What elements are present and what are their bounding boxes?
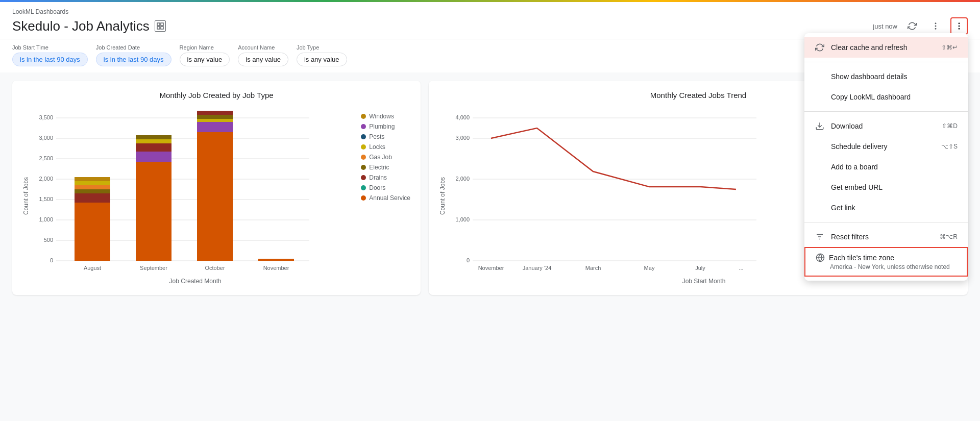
legend-doors: Doors [361, 184, 410, 191]
show-details-icon [815, 71, 825, 82]
svg-rect-33 [136, 152, 172, 162]
filter-chip-job-type[interactable]: is any value [297, 53, 347, 66]
svg-text:November: November [478, 265, 504, 271]
legend-label-plumbing: Plumbing [369, 123, 395, 130]
dropdown-get-link[interactable]: Get link [804, 197, 968, 218]
svg-point-8 [959, 26, 960, 27]
timestamp: just now [873, 22, 897, 30]
reset-filters-icon [815, 232, 825, 242]
svg-text:2,000: 2,000 [455, 176, 470, 182]
bar-chart-title: Monthly Job Created by Job Type [22, 91, 410, 100]
dropdown-timezone[interactable]: Each tile's time zone America - New York… [804, 247, 968, 277]
legend-label-annual-service: Annual Service [369, 194, 410, 202]
svg-rect-37 [197, 132, 233, 261]
legend-locks: Locks [361, 143, 410, 151]
filter-chip-job-start-time[interactable]: is in the last 90 days [12, 53, 88, 66]
title-right: just now [873, 17, 968, 35]
legend-label-windows: Windows [369, 113, 394, 120]
dropdown-show-details[interactable]: Show dashboard details [804, 66, 968, 87]
svg-text:3,000: 3,000 [39, 135, 53, 141]
svg-text:January '24: January '24 [523, 265, 552, 271]
svg-text:3,500: 3,500 [39, 114, 53, 120]
bar-chart-legend: Windows Plumbing Pests Locks Gas Job [361, 108, 410, 285]
legend-dot-electric [361, 165, 366, 170]
svg-rect-1 [161, 23, 163, 26]
reset-filters-shortcut: ⌘⌥R [940, 233, 958, 240]
refresh-icon [815, 42, 825, 53]
filter-chip-job-created-date[interactable]: is in the last 90 days [96, 53, 172, 66]
download-label: Download [831, 122, 863, 130]
filter-label-job-type: Job Type [297, 44, 347, 51]
svg-rect-41 [197, 111, 233, 115]
svg-rect-3 [161, 27, 163, 29]
svg-text:...: ... [739, 265, 743, 271]
dropdown-copy-lookml[interactable]: Copy LookML dashboard [804, 87, 968, 107]
bar-chart-svg: 0 500 1,000 1,500 2,000 2,500 3,000 3,50… [34, 108, 325, 281]
svg-rect-2 [157, 27, 160, 29]
filter-region-name: Region Name is any value [180, 44, 230, 66]
svg-text:March: March [585, 265, 601, 271]
svg-rect-27 [75, 193, 110, 203]
legend-label-doors: Doors [369, 184, 385, 191]
bar-chart-y-label: Count of Jobs [22, 177, 30, 215]
svg-rect-42 [258, 259, 294, 261]
dropdown-embed-url[interactable]: Get embed URL [804, 177, 968, 197]
clear-cache-label: Clear cache and refresh [831, 43, 907, 52]
svg-point-5 [935, 26, 937, 27]
refresh-button[interactable] [903, 17, 921, 35]
dropdown-schedule[interactable]: Schedule delivery ⌥⇧S [804, 136, 968, 157]
dropdown-divider-1 [804, 62, 968, 62]
svg-text:2,500: 2,500 [39, 155, 53, 161]
legend-label-electric: Electric [369, 164, 389, 171]
dropdown-divider-2 [804, 111, 968, 112]
svg-rect-0 [157, 23, 160, 26]
copy-lookml-icon [815, 92, 825, 102]
legend-label-gas-job: Gas Job [369, 154, 392, 161]
legend-label-drains: Drains [369, 174, 387, 181]
legend-annual-service: Annual Service [361, 194, 410, 202]
line-chart-y-label: Count of Jobs [439, 177, 446, 215]
svg-point-6 [935, 28, 937, 30]
timezone-title-text: Each tile's time zone [829, 254, 894, 262]
legend-dot-locks [361, 144, 366, 150]
timezone-subtitle: America - New York, unless otherwise not… [816, 263, 957, 270]
globe-icon [816, 253, 825, 262]
dropdown-add-board[interactable]: Add to a board [804, 157, 968, 177]
legend-dot-plumbing [361, 124, 366, 129]
svg-text:3,000: 3,000 [455, 135, 470, 141]
title-left: Skedulo - Job Analytics [12, 18, 166, 34]
filter-label-region-name: Region Name [180, 44, 230, 51]
legend-electric: Electric [361, 164, 410, 171]
bar-chart-card: Monthly Job Created by Job Type Count of… [12, 81, 421, 295]
legend-label-locks: Locks [369, 143, 385, 151]
menu-icon[interactable] [927, 17, 944, 35]
filter-chip-region-name[interactable]: is any value [180, 53, 230, 66]
dropdown-reset-filters[interactable]: Reset filters ⌘⌥R [804, 227, 968, 247]
legend-label-pests: Pests [369, 133, 384, 140]
legend-drains: Drains [361, 174, 410, 181]
breadcrumb: LookML Dashboards [12, 8, 968, 15]
svg-rect-28 [75, 189, 110, 193]
filter-chip-account-name[interactable]: is any value [238, 53, 288, 66]
svg-text:September: September [140, 265, 167, 271]
schedule-icon [815, 141, 825, 152]
svg-rect-31 [75, 177, 110, 181]
dropdown-download[interactable]: Download ⇧⌘D [804, 116, 968, 136]
download-icon [815, 121, 825, 131]
line-chart-svg: 0 1,000 2,000 3,000 4,000 [450, 108, 767, 281]
more-options-button[interactable] [950, 17, 968, 35]
show-details-label: Show dashboard details [831, 72, 907, 81]
svg-point-9 [959, 28, 960, 30]
schedule-shortcut: ⌥⇧S [941, 143, 958, 150]
dropdown-clear-cache[interactable]: Clear cache and refresh ⇧⌘↵ [804, 37, 968, 58]
svg-text:4,000: 4,000 [455, 114, 470, 120]
legend-dot-pests [361, 134, 366, 139]
svg-rect-39 [197, 119, 233, 122]
reset-filters-label: Reset filters [831, 233, 869, 241]
svg-point-4 [935, 22, 937, 24]
legend-dot-annual-service [361, 195, 366, 201]
dashboard-icon[interactable] [155, 20, 166, 32]
svg-rect-36 [136, 135, 172, 139]
filter-label-job-start-time: Job Start Time [12, 44, 88, 51]
copy-lookml-label: Copy LookML dashboard [831, 93, 911, 101]
